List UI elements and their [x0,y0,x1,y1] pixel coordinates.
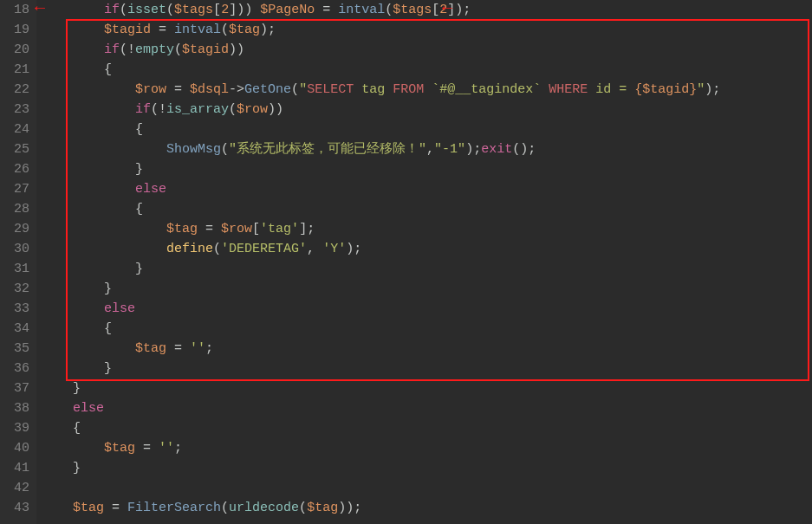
code-token: } [73,281,112,296]
code-line[interactable]: } [42,458,812,478]
code-token: (! [151,102,166,117]
code-line[interactable]: if(!empty($tagid)) [42,40,812,60]
line-number: 41 [5,458,29,478]
code-token: ]; [299,222,315,236]
line-number: 19 [5,20,29,40]
code-line[interactable]: } [42,359,812,378]
code-token: , [307,242,322,256]
code-token: , [426,142,434,157]
code-token: " [697,82,705,97]
code-token: $PageNo [260,3,315,17]
code-line[interactable]: else [42,299,812,319]
code-token: intval [174,23,221,37]
code-line[interactable]: else [42,179,812,199]
code-line[interactable]: ShowMsg("系统无此标签，可能已经移除！","-1");exit(); [42,139,812,159]
code-token [73,102,135,117]
code-token: } [73,381,81,396]
line-number: 32 [5,279,29,299]
code-line[interactable]: $row = $dsql->GetOne("SELECT tag FROM `#… [42,80,812,100]
code-line[interactable]: $tagid = intval($tag); [42,20,812,40]
code-line[interactable]: else [42,398,812,418]
code-token: " [299,82,307,97]
code-line[interactable]: $tag = ''; [42,339,812,359]
code-token [73,142,166,157]
code-token: -> [229,82,244,97]
line-number: 35 [5,339,29,359]
code-token: [ [213,3,221,17]
code-line[interactable]: } [42,279,812,299]
code-line[interactable]: } [42,259,812,279]
code-line[interactable]: { [42,199,812,219]
code-token: $tagid [182,42,229,57]
code-line[interactable]: $tag = ''; [42,438,812,458]
code-token: $tagid [104,23,151,37]
code-token: $row [237,102,268,117]
code-token: GetOne [244,82,291,97]
code-line[interactable]: } [42,159,812,179]
code-token: intval [338,3,385,17]
code-token: id = [588,82,634,97]
code-line[interactable]: $tag = FilterSearch(urldecode($tag)); [42,498,812,518]
line-number-gutter: 1819202122232425262728293031323334353637… [0,0,36,524]
code-token: else [73,401,104,416]
code-token: { [73,421,81,436]
line-number: 29 [5,219,29,239]
line-number: 38 [5,398,29,418]
code-token: = [104,501,127,515]
code-token: '' [159,441,174,456]
code-token: } [73,162,143,177]
code-token: )); [338,501,361,515]
code-token: { [73,202,143,217]
code-token: ); [346,242,361,256]
code-token: ( [221,501,229,515]
code-token: urldecode [229,501,299,515]
code-content[interactable]: if(isset($tags[2])) $PageNo = intval($ta… [36,0,812,524]
line-number: 28 [5,199,29,219]
line-number: 34 [5,319,29,339]
line-number: 27 [5,179,29,199]
code-token: ShowMsg [166,142,221,157]
code-line[interactable]: define('DEDERETAG', 'Y'); [42,239,812,259]
line-number: 23 [5,100,29,120]
code-token: else [135,182,166,197]
code-token: = [166,341,190,356]
code-line[interactable]: { [42,120,812,139]
code-line[interactable]: { [42,418,812,438]
code-token: $row [221,222,252,236]
code-token: {$tagid} [634,82,697,97]
code-token: 'DEDERETAG' [221,242,307,256]
code-token: FROM [393,82,424,97]
code-token [73,341,135,356]
code-token: empty [135,42,174,57]
code-line[interactable]: { [42,60,812,80]
line-number: 21 [5,60,29,80]
line-number: 36 [5,359,29,378]
code-token: tag [354,82,393,97]
code-token: [ [432,3,439,17]
code-line[interactable]: { [42,319,812,339]
code-line[interactable]: } [42,378,812,398]
code-token: $tag [229,23,260,37]
code-token: $tag [166,222,198,236]
code-token: ; [174,441,182,456]
code-line[interactable]: if(!is_array($row)) [42,100,812,120]
line-number: 31 [5,259,29,279]
code-token: ])) [229,3,260,17]
code-token: $tag [73,501,104,515]
code-token [73,301,104,316]
line-number: 22 [5,80,29,100]
code-token: } [73,262,143,276]
code-token: FilterSearch [127,501,221,515]
code-line[interactable]: if(isset($tags[2])) $PageNo = intval($ta… [42,0,812,20]
code-token: { [73,62,112,77]
code-token: isset [127,3,166,17]
code-token: )) [229,42,244,57]
code-line[interactable]: $tag = $row['tag']; [42,219,812,239]
code-token: $tag [104,441,135,456]
code-token: WHERE [549,82,588,97]
code-token: ]); [447,3,471,17]
code-line[interactable] [42,478,812,498]
code-editor[interactable]: 1819202122232425262728293031323334353637… [0,0,812,524]
line-number: 37 [5,378,29,398]
code-token: ( [299,501,307,515]
